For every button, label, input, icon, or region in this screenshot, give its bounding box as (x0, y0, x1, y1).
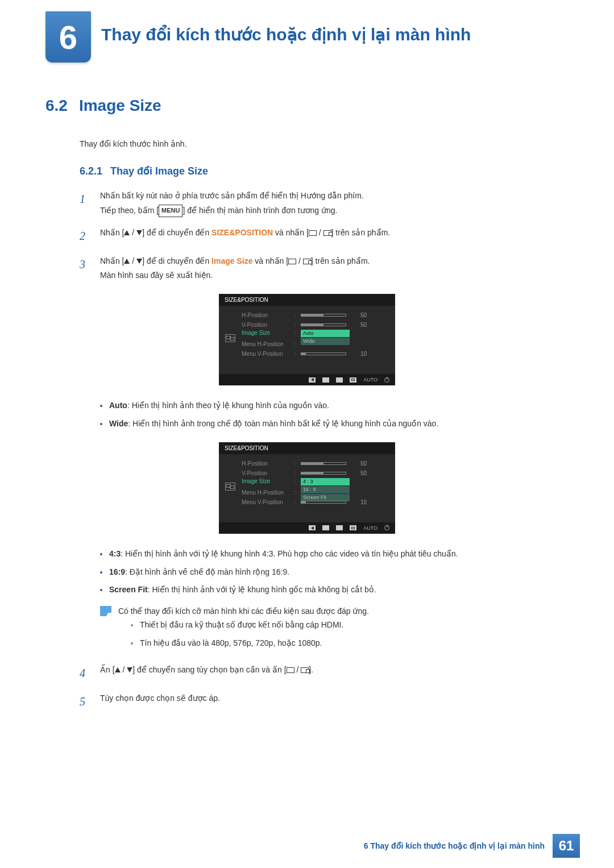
bullet-16-9: 16:9: Đặt hình ảnh về chế độ màn hình rộ… (100, 566, 534, 579)
step-text: Màn hình sau đây sẽ xuất hiện. (100, 268, 534, 283)
down-arrow-icon (127, 667, 132, 672)
enter-icon (323, 230, 331, 236)
osd-title: SIZE&POSITION (219, 442, 395, 454)
osd-title: SIZE&POSITION (219, 294, 395, 306)
page-footer: 6 Thay đổi kích thước hoặc định vị lại m… (0, 834, 614, 868)
up-arrow-icon (115, 667, 121, 672)
bullet-icon (100, 405, 102, 407)
step-1: 1 Nhấn bất kỳ nút nào ở phía trước sản p… (80, 189, 534, 217)
section-number: 6.2 (45, 97, 68, 114)
down-arrow-icon (136, 230, 142, 235)
nav-left-icon (309, 525, 316, 530)
nav-up-icon (336, 377, 343, 383)
osd-option-16-9: 16 : 9 (301, 486, 350, 493)
step-text: Tùy chọn được chọn sẽ được áp. (100, 691, 534, 712)
bullet-wide: Wide: Hiển thị hình ảnh trong chế độ toà… (100, 417, 534, 431)
section-heading: 6.2Image Size (45, 97, 569, 115)
note-lead: Có thể thay đổi kích cỡ màn hình khi các… (118, 605, 534, 618)
osd-row-hposition: H-Position: 50 (238, 459, 389, 468)
step-text: Nhấn bất kỳ nút nào ở phía trước sản phẩ… (100, 189, 534, 203)
size-position-icon (225, 483, 235, 491)
size-position-icon (225, 334, 235, 342)
note-block: Có thể thay đổi kích cỡ màn hình khi các… (100, 605, 534, 654)
nav-auto-label: AUTO (363, 525, 377, 531)
osd-row-vposition: V-Position: 50 (238, 320, 389, 330)
page-number: 61 (553, 834, 580, 858)
bullet-icon (100, 553, 102, 555)
nav-down-icon (322, 525, 329, 530)
enter-icon (301, 667, 309, 673)
step-4: 4 Ấn [ / ] để chuyển sang tùy chọn bạn c… (80, 663, 534, 683)
subsection-heading: 6.2.1Thay đổi Image Size (80, 165, 534, 177)
osd-row-imagesize: Image Size: Auto Wide (238, 330, 389, 339)
osd-row-vposition: V-Position: 50 (238, 468, 389, 478)
step-number: 1 (80, 189, 90, 217)
up-arrow-icon (124, 230, 130, 235)
power-icon (384, 377, 389, 383)
note-icon (100, 606, 111, 616)
osd-row-imagesize: Image Size: 4 : 3 16 : 9 Screen Fit (238, 478, 389, 488)
subsection-title: Thay đổi Image Size (110, 165, 208, 177)
source-icon (288, 259, 296, 264)
chapter-header: 6 Thay đổi kích thước hoặc định vị lại m… (45, 11, 569, 63)
nav-up-icon (336, 525, 343, 530)
bullet-screenfit: Screen Fit: Hiển thị hình ảnh với tỷ lệ … (100, 583, 534, 597)
source-icon (309, 230, 317, 236)
step-number: 4 (80, 663, 90, 683)
note-item: Thiết bị đầu ra kỹ thuật số được kết nối… (131, 618, 534, 632)
chapter-title: Thay đổi kích thước hoặc định vị lại màn… (101, 11, 569, 45)
nav-enter-icon (350, 377, 356, 383)
section-intro: Thay đổi kích thước hình ảnh. (80, 138, 534, 150)
osd-nav-bar: AUTO (219, 522, 395, 534)
bullet-4-3: 4:3: Hiển thị hình ảnh với tỷ lệ khung h… (100, 547, 534, 561)
source-icon (287, 667, 294, 673)
footer-chapter-title: Thay đổi kích thước hoặc định vị lại màn… (370, 841, 545, 850)
step-5: 5 Tùy chọn được chọn sẽ được áp. (80, 691, 534, 712)
osd-option-wide: Wide (301, 338, 350, 345)
bullet-icon (100, 571, 102, 574)
osd-option-4-3: 4 : 3 (301, 478, 350, 485)
note-item: Tín hiệu đầu vào là 480p, 576p, 720p, ho… (131, 637, 534, 650)
bullet-icon (131, 642, 133, 645)
power-icon (384, 525, 389, 530)
enter-icon (303, 259, 311, 264)
step-text: Nhấn [ / ] để di chuyển đến Image Size v… (100, 254, 534, 268)
bullet-auto: Auto: Hiển thị hình ảnh theo tỷ lệ khung… (100, 399, 534, 413)
bullet-icon (100, 423, 102, 425)
step-text: Ấn [ / ] để chuyển sang tùy chọn bạn cần… (100, 663, 534, 683)
section-title: Image Size (79, 97, 161, 114)
osd-screenshot-2: SIZE&POSITION H-Position: 50 V-Position:… (219, 442, 395, 534)
bullet-icon (131, 624, 133, 626)
bullet-icon (100, 589, 102, 591)
step-number: 2 (80, 226, 90, 246)
osd-nav-bar: AUTO (219, 374, 395, 385)
nav-enter-icon (350, 525, 356, 530)
step-number: 3 (80, 254, 90, 283)
subsection-number: 6.2.1 (80, 165, 102, 177)
chapter-number-badge: 6 (45, 11, 91, 63)
step-text: Nhấn [ / ] để di chuyển đến SIZE&POSITIO… (100, 226, 534, 246)
down-arrow-icon (136, 259, 142, 264)
step-text: Tiếp theo, bấm [MENU] để hiển thị màn hì… (100, 203, 534, 218)
up-arrow-icon (124, 259, 130, 264)
osd-option-auto: Auto (301, 330, 350, 337)
footer-chapter-number: 6 (364, 841, 368, 850)
osd-screenshot-1: SIZE&POSITION H-Position: 50 V-Position:… (219, 294, 395, 385)
step-number: 5 (80, 691, 90, 712)
menu-button-label: MENU (159, 205, 182, 217)
osd-row-hposition: H-Position: 50 (238, 310, 389, 320)
nav-down-icon (322, 377, 329, 383)
step-2: 2 Nhấn [ / ] để di chuyển đến SIZE&POSIT… (80, 226, 534, 246)
nav-auto-label: AUTO (363, 377, 377, 383)
osd-row-menu-vposition: Menu V-Position: 10 (238, 349, 389, 359)
step-3: 3 Nhấn [ / ] để di chuyển đến Image Size… (80, 254, 534, 283)
nav-left-icon (309, 377, 316, 383)
